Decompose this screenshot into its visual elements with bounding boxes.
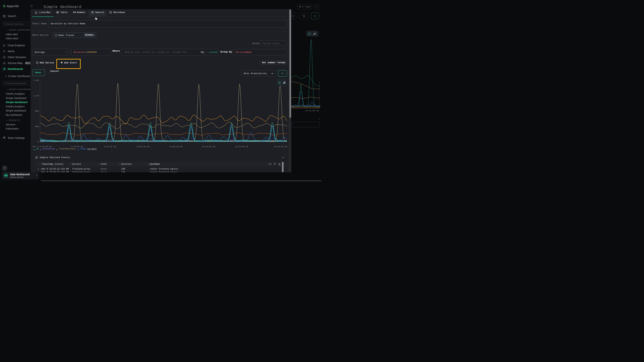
svg-text:9:52:00 AM: 9:52:00 AM <box>104 146 116 148</box>
svg-text:10:00:00 AM: 10:00:00 AM <box>136 146 149 148</box>
svg-text:1.6K: 1.6K <box>34 79 39 81</box>
svg-text:9:44:00 AM: 9:44:00 AM <box>71 146 83 148</box>
svg-text:10:35:00 AM: 10:35:00 AM <box>274 146 287 148</box>
svg-text:0: 0 <box>38 141 39 143</box>
svg-text:10:24:00 AM: 10:24:00 AM <box>235 146 248 148</box>
svg-text:800: 800 <box>35 110 39 112</box>
svg-text:10:08:00 AM: 10:08:00 AM <box>169 146 182 148</box>
svg-text:Nov 6 9:35:00 AM: Nov 6 9:35:00 AM <box>32 146 51 148</box>
svg-text:10:16:00 AM: 10:16:00 AM <box>202 146 215 148</box>
svg-text:400: 400 <box>35 125 39 128</box>
svg-text:1.2K: 1.2K <box>34 95 39 97</box>
